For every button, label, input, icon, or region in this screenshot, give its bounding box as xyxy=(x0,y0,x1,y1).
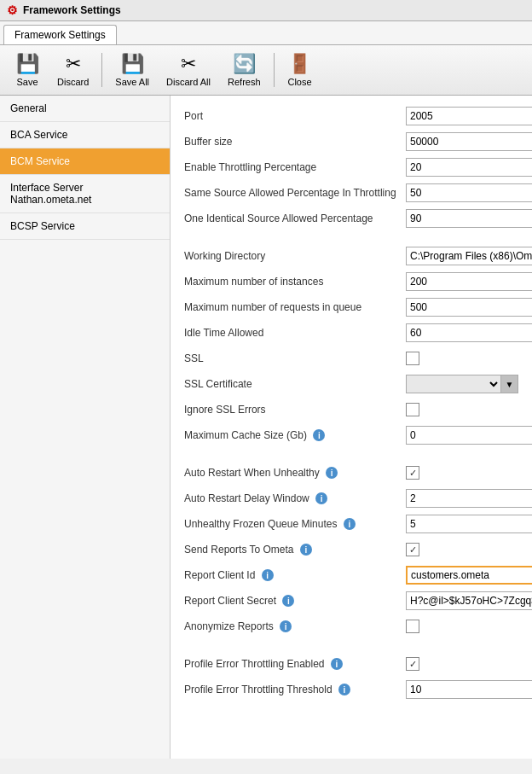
save-button[interactable]: 💾 Save xyxy=(7,49,48,91)
max-instances-label: Maximum number of instances xyxy=(184,276,406,288)
unhealthy-frozen-input[interactable] xyxy=(406,515,532,533)
save-all-button[interactable]: 💾 Save All xyxy=(107,49,157,91)
auto-restart-checkbox[interactable] xyxy=(406,466,419,480)
report-client-secret-input[interactable] xyxy=(406,591,532,610)
anonymize-reports-checkbox[interactable] xyxy=(406,620,419,633)
profile-error-throttling-checkbox[interactable] xyxy=(406,657,419,671)
one-identical-label: One Identical Source Allowed Percentage xyxy=(184,212,406,224)
max-instances-input[interactable] xyxy=(406,272,532,291)
anonymize-reports-info-icon[interactable]: i xyxy=(280,620,292,632)
discard-all-button[interactable]: ✂ Discard All xyxy=(159,49,218,91)
spacer-3 xyxy=(184,642,518,654)
main-content: General BCA Service BCM Service Interfac… xyxy=(0,96,532,759)
same-source-input[interactable] xyxy=(406,183,532,202)
profile-error-threshold-info-icon[interactable]: i xyxy=(338,684,350,695)
buffer-size-input[interactable] xyxy=(406,132,532,151)
ssl-row: SSL xyxy=(184,348,518,369)
refresh-button[interactable]: 🔄 Refresh xyxy=(220,49,269,91)
tab-bar: Framework Settings xyxy=(0,21,532,45)
send-reports-info-icon[interactable]: i xyxy=(300,544,312,556)
enable-throttling-row: Enable Throttling Percentage xyxy=(184,157,518,177)
ssl-checkbox[interactable] xyxy=(406,352,419,365)
report-client-id-input[interactable] xyxy=(406,566,532,585)
profile-error-throttling-row: Profile Error Throttling Enabled i xyxy=(184,654,518,674)
auto-restart-label: Auto Restart When Unhealthy i xyxy=(184,467,406,480)
sidebar: General BCA Service BCM Service Interfac… xyxy=(0,96,171,759)
auto-restart-row: Auto Restart When Unhealthy i xyxy=(184,463,518,483)
sidebar-item-bca-service[interactable]: BCA Service xyxy=(0,122,170,148)
port-input[interactable] xyxy=(406,107,532,125)
port-label: Port xyxy=(184,110,406,122)
save-all-icon: 💾 xyxy=(121,53,144,75)
unhealthy-frozen-spinner: ▲ ▼ xyxy=(406,515,532,533)
auto-restart-info-icon[interactable]: i xyxy=(326,467,338,479)
unhealthy-frozen-label: Unhealthy Frozen Queue Minutes i xyxy=(184,518,406,531)
enable-throttling-input[interactable] xyxy=(406,158,532,177)
report-client-secret-label: Report Client Secret i xyxy=(184,595,406,608)
auto-restart-delay-info-icon[interactable]: i xyxy=(315,492,327,504)
buffer-size-row: Buffer size xyxy=(184,131,518,152)
discard-button[interactable]: ✂ Discard xyxy=(49,49,96,91)
save-label: Save xyxy=(16,77,38,87)
auto-restart-delay-label: Auto Restart Delay Window i xyxy=(184,492,406,505)
close-button[interactable]: 🚪 Close xyxy=(280,49,321,91)
max-instances-row: Maximum number of instances xyxy=(184,271,518,292)
auto-restart-delay-spinner: ▲ ▼ xyxy=(406,489,532,508)
max-requests-label: Maximum number of requests in queue xyxy=(184,301,406,313)
profile-error-threshold-input[interactable] xyxy=(406,680,532,699)
max-cache-input[interactable] xyxy=(406,426,532,445)
toolbar-divider xyxy=(101,53,102,87)
anonymize-reports-row: Anonymize Reports i xyxy=(184,616,518,637)
port-row: Port xyxy=(184,106,518,126)
ssl-cert-dropdown[interactable]: ▼ xyxy=(406,375,518,393)
report-client-secret-row: Report Client Secret i xyxy=(184,591,518,611)
idle-time-label: Idle Time Allowed xyxy=(184,327,406,339)
title-bar: ⚙ Framework Settings xyxy=(0,0,532,21)
sidebar-item-bcm-service[interactable]: BCM Service xyxy=(0,148,170,175)
unhealthy-frozen-info-icon[interactable]: i xyxy=(344,518,356,530)
max-cache-label: Maximum Cache Size (Gb) i xyxy=(184,429,406,442)
sidebar-item-bcsp-service[interactable]: BCSP Service xyxy=(0,213,170,240)
max-requests-row: Maximum number of requests in queue xyxy=(184,297,518,317)
idle-time-input[interactable] xyxy=(406,323,532,342)
enable-throttling-label: Enable Throttling Percentage xyxy=(184,161,406,173)
tab-framework-settings[interactable]: Framework Settings xyxy=(3,25,117,44)
send-reports-row: Send Reports To Ometa i xyxy=(184,539,518,560)
report-client-id-info-icon[interactable]: i xyxy=(262,569,274,581)
unhealthy-frozen-row: Unhealthy Frozen Queue Minutes i ▲ ▼ xyxy=(184,514,518,534)
working-dir-row: Working Directory xyxy=(184,246,518,266)
app-icon: ⚙ xyxy=(7,3,18,17)
same-source-label: Same Source Allowed Percentage In Thrott… xyxy=(184,187,406,199)
anonymize-reports-label: Anonymize Reports i xyxy=(184,620,406,633)
profile-error-threshold-row: Profile Error Throttling Threshold i ▲ ▼ xyxy=(184,679,518,700)
ignore-ssl-label: Ignore SSL Errors xyxy=(184,404,406,416)
refresh-icon: 🔄 xyxy=(233,53,256,75)
ssl-cert-select[interactable] xyxy=(407,375,500,393)
discard-icon: ✂ xyxy=(66,53,81,75)
profile-error-throttling-info-icon[interactable]: i xyxy=(331,658,343,670)
close-icon: 🚪 xyxy=(288,53,311,75)
spacer-2 xyxy=(184,451,518,463)
close-label: Close xyxy=(287,77,311,87)
report-client-id-label: Report Client Id i xyxy=(184,569,406,582)
sidebar-item-interface-server[interactable]: Interface Server Nathan.ometa.net xyxy=(0,175,170,213)
report-client-secret-info-icon[interactable]: i xyxy=(282,595,294,607)
toolbar: 💾 Save ✂ Discard 💾 Save All ✂ Discard Al… xyxy=(0,45,532,96)
report-client-id-row: Report Client Id i xyxy=(184,565,518,585)
auto-restart-delay-input[interactable] xyxy=(406,489,532,508)
dropdown-arrow-icon[interactable]: ▼ xyxy=(500,375,518,393)
max-cache-spinner: ▲ ▼ xyxy=(406,426,532,445)
one-identical-row: One Identical Source Allowed Percentage xyxy=(184,208,518,229)
discard-label: Discard xyxy=(57,77,89,87)
title-bar-text: Framework Settings xyxy=(23,4,121,16)
ignore-ssl-checkbox[interactable] xyxy=(406,403,419,416)
send-reports-label: Send Reports To Ometa i xyxy=(184,544,406,556)
one-identical-input[interactable] xyxy=(406,209,532,228)
sidebar-item-general[interactable]: General xyxy=(0,96,170,122)
max-cache-info-icon[interactable]: i xyxy=(313,429,325,441)
working-dir-input[interactable] xyxy=(406,247,532,265)
max-requests-input[interactable] xyxy=(406,298,532,317)
working-dir-label: Working Directory xyxy=(184,250,406,262)
ignore-ssl-row: Ignore SSL Errors xyxy=(184,399,518,420)
send-reports-checkbox[interactable] xyxy=(406,543,419,556)
